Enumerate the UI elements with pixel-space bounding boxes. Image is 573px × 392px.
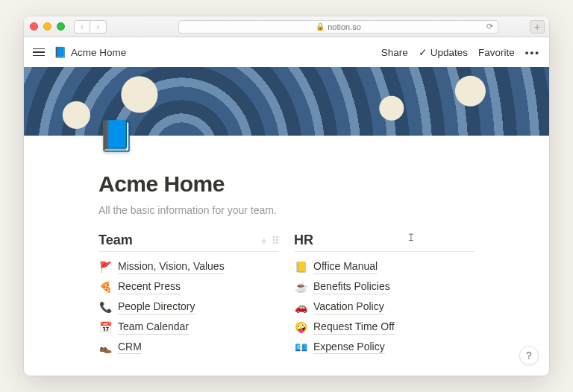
page-link-icon: 🍕 — [98, 281, 112, 293]
page-link-label: Mission, Vision, Values — [118, 259, 225, 274]
column-header: Team + ⠿ — [98, 233, 279, 252]
updates-label: Updates — [430, 47, 468, 58]
page-link-label: Expense Policy — [313, 340, 385, 355]
page-title[interactable]: Acme Home — [98, 171, 475, 197]
breadcrumb[interactable]: Acme Home — [71, 47, 126, 58]
text-cursor-icon: 𝙸 — [407, 231, 415, 244]
column-team: Team + ⠿ 🚩Mission, Vision, Values🍕Recent… — [98, 233, 279, 354]
url-host: notion.so — [328, 22, 361, 31]
close-window-button[interactable] — [30, 22, 38, 31]
page-link-icon: 👞 — [98, 341, 112, 353]
new-tab-button[interactable]: + — [530, 20, 545, 34]
share-button[interactable]: Share — [381, 47, 408, 58]
page-link-icon: 📅 — [98, 321, 112, 333]
add-block-button[interactable]: + — [261, 235, 267, 247]
sidebar-toggle-button[interactable] — [33, 48, 45, 57]
column-heading[interactable]: HR — [294, 233, 475, 248]
page-icon[interactable]: 📘 — [98, 118, 134, 154]
breadcrumb-icon: 📘 — [54, 46, 66, 58]
page-link[interactable]: 🚗Vacation Policy — [294, 300, 475, 314]
updates-button[interactable]: ✓ Updates — [419, 46, 468, 58]
page-link-label: CRM — [118, 340, 142, 355]
lock-icon: 🔒 — [316, 22, 325, 31]
page-link-icon: ☕ — [294, 281, 307, 293]
back-button[interactable]: ‹ — [74, 20, 90, 34]
page-link-label: Request Time Off — [313, 320, 395, 335]
nav-buttons: ‹ › — [74, 20, 107, 34]
column-header: HR — [294, 233, 475, 252]
app-topbar: 📘 Acme Home Share ✓ Updates Favorite ••• — [24, 37, 549, 67]
page-link-label: Office Manual — [313, 259, 378, 274]
url-bar[interactable]: 🔒 notion.so ⟳ — [178, 20, 498, 34]
forward-button[interactable]: › — [90, 20, 107, 34]
page-link[interactable]: 📞People Directory — [98, 300, 279, 314]
page-link[interactable]: ☕Benefits Policies — [294, 279, 475, 294]
page-link[interactable]: 🤪Request Time Off — [294, 320, 475, 335]
reload-icon[interactable]: ⟳ — [486, 22, 493, 31]
more-menu-button[interactable]: ••• — [525, 47, 540, 58]
help-button[interactable]: ? — [519, 346, 539, 365]
page-description[interactable]: All the basic information for your team. — [98, 204, 475, 216]
page-content: Acme Home All the basic information for … — [24, 136, 549, 369]
check-icon: ✓ — [419, 46, 428, 58]
drag-handle-icon[interactable]: ⠿ — [272, 235, 279, 247]
browser-chrome: ‹ › 🔒 notion.so ⟳ + — [24, 16, 549, 37]
browser-window: ‹ › 🔒 notion.so ⟳ + 📘 Acme Home Share ✓ … — [24, 16, 549, 376]
page-link[interactable]: 📅Team Calendar — [98, 320, 279, 335]
zoom-window-button[interactable] — [57, 22, 65, 31]
columns: Team + ⠿ 🚩Mission, Vision, Values🍕Recent… — [98, 233, 475, 354]
page-link-label: Team Calendar — [118, 320, 189, 335]
column-heading[interactable]: Team — [98, 233, 261, 248]
page-link-label: Recent Press — [118, 279, 181, 294]
page-link-icon: 🤪 — [294, 321, 307, 333]
page-link[interactable]: 🚩Mission, Vision, Values — [98, 259, 279, 274]
link-list: 🚩Mission, Vision, Values🍕Recent Press📞Pe… — [98, 259, 279, 354]
page-link[interactable]: 👞CRM — [98, 340, 279, 355]
page-link-label: People Directory — [118, 300, 195, 314]
page-link[interactable]: 🍕Recent Press — [98, 279, 279, 294]
topbar-actions: Share ✓ Updates Favorite ••• — [381, 46, 540, 58]
page-link-icon: 📞 — [98, 301, 112, 313]
page-link-icon: 🚩 — [98, 261, 112, 273]
page-link[interactable]: 📒Office Manual — [294, 259, 475, 274]
page-link-label: Benefits Policies — [313, 279, 390, 294]
minimize-window-button[interactable] — [43, 22, 51, 31]
window-traffic-lights — [30, 22, 65, 31]
page-link-icon: 💶 — [294, 341, 307, 353]
link-list: 📒Office Manual☕Benefits Policies🚗Vacatio… — [294, 259, 475, 354]
column-controls: + ⠿ — [261, 235, 279, 247]
column-hr: 𝙸 HR 📒Office Manual☕Benefits Policies🚗Va… — [294, 233, 475, 354]
page-link[interactable]: 💶Expense Policy — [294, 340, 475, 355]
page-link-icon: 🚗 — [294, 301, 307, 313]
page-link-icon: 📒 — [294, 261, 307, 273]
favorite-button[interactable]: Favorite — [478, 47, 515, 58]
page-link-label: Vacation Policy — [313, 300, 384, 314]
cover-image[interactable]: 📘 — [24, 67, 549, 136]
